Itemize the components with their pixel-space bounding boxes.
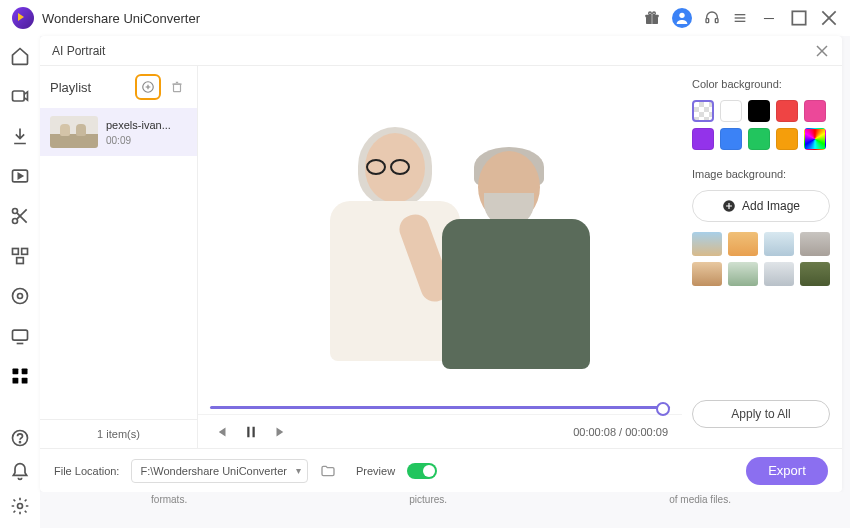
playlist-label: Playlist xyxy=(50,80,91,95)
nav-sidebar xyxy=(0,36,40,528)
headset-icon[interactable] xyxy=(704,10,720,26)
color-swatch[interactable] xyxy=(720,128,742,150)
play-box-icon[interactable] xyxy=(10,166,30,186)
menu-icon[interactable] xyxy=(732,10,748,26)
background-image-thumb[interactable] xyxy=(728,232,758,256)
footer-scrap: of media files. xyxy=(669,494,731,506)
background-image-thumb[interactable] xyxy=(692,232,722,256)
screen-icon[interactable] xyxy=(10,326,30,346)
next-button[interactable] xyxy=(272,423,290,441)
close-panel-icon[interactable] xyxy=(814,43,830,59)
color-swatch[interactable] xyxy=(692,128,714,150)
footer-scrap: formats. xyxy=(151,494,187,506)
color-swatch[interactable] xyxy=(804,128,826,150)
disc-icon[interactable] xyxy=(10,286,30,306)
svg-rect-43 xyxy=(253,426,255,437)
add-image-label: Add Image xyxy=(742,199,800,213)
svg-rect-6 xyxy=(706,19,709,23)
open-folder-icon[interactable] xyxy=(320,463,336,479)
close-button[interactable] xyxy=(820,9,838,27)
background-image-thumb[interactable] xyxy=(692,262,722,286)
background-image-thumb[interactable] xyxy=(800,262,830,286)
preview-toggle-label: Preview xyxy=(356,465,395,477)
background-image-thumb[interactable] xyxy=(800,232,830,256)
titlebar: Wondershare UniConverter ─ xyxy=(0,0,850,36)
svg-rect-42 xyxy=(247,426,249,437)
svg-rect-14 xyxy=(13,91,25,101)
color-swatch[interactable] xyxy=(776,128,798,150)
color-swatch[interactable] xyxy=(692,100,714,122)
svg-rect-22 xyxy=(17,258,24,264)
bell-icon[interactable] xyxy=(10,462,30,482)
footer-scraps: formats. pictures. of media files. xyxy=(40,492,842,528)
prev-button[interactable] xyxy=(212,423,230,441)
add-image-button[interactable]: Add Image xyxy=(692,190,830,222)
player-controls: 00:00:08 / 00:00:09 xyxy=(198,414,682,448)
apply-to-all-button[interactable]: Apply to All xyxy=(692,400,830,428)
svg-rect-25 xyxy=(13,330,28,340)
options-column: Color background: Image background: Add … xyxy=(682,66,842,448)
merge-icon[interactable] xyxy=(10,246,30,266)
time-display: 00:00:08 / 00:00:09 xyxy=(573,426,668,438)
app-logo xyxy=(12,7,34,29)
svg-point-5 xyxy=(679,13,684,18)
svg-rect-11 xyxy=(792,11,805,24)
image-background-label: Image background: xyxy=(692,168,830,180)
color-swatch[interactable] xyxy=(720,100,742,122)
color-swatch[interactable] xyxy=(748,128,770,150)
minimize-button[interactable]: ─ xyxy=(760,9,778,27)
video-icon[interactable] xyxy=(10,86,30,106)
color-swatch[interactable] xyxy=(748,100,770,122)
scissors-icon[interactable] xyxy=(10,206,30,226)
background-image-thumb[interactable] xyxy=(764,232,794,256)
svg-point-3 xyxy=(649,12,652,15)
content: Playlist pexels-ivan... 00:09 1 item(s xyxy=(40,66,842,448)
color-background-label: Color background: xyxy=(692,78,830,90)
playlist-item[interactable]: pexels-ivan... 00:09 xyxy=(40,108,197,156)
app-title: Wondershare UniConverter xyxy=(42,11,200,26)
svg-rect-39 xyxy=(174,84,181,92)
footer-scrap: pictures. xyxy=(409,494,447,506)
timeline-track[interactable] xyxy=(210,406,670,409)
timeline[interactable] xyxy=(198,400,682,414)
svg-point-23 xyxy=(13,289,28,304)
svg-rect-2 xyxy=(651,15,652,24)
preview-subjects xyxy=(280,103,600,363)
add-media-button[interactable] xyxy=(135,74,161,100)
svg-rect-28 xyxy=(22,369,28,375)
plus-circle-icon xyxy=(722,199,736,213)
toolbox-icon[interactable] xyxy=(10,366,30,386)
pause-button[interactable] xyxy=(242,423,260,441)
playlist-item-name: pexels-ivan... xyxy=(106,119,171,131)
preview-column: 00:00:08 / 00:00:09 xyxy=(198,66,682,448)
user-avatar-icon[interactable] xyxy=(672,8,692,28)
svg-point-33 xyxy=(18,504,23,509)
gift-icon[interactable] xyxy=(644,10,660,26)
titlebar-actions: ─ xyxy=(644,8,838,28)
color-swatch[interactable] xyxy=(776,100,798,122)
svg-point-24 xyxy=(18,294,23,299)
maximize-button[interactable] xyxy=(790,9,808,27)
download-icon[interactable] xyxy=(10,126,30,146)
preview-toggle[interactable] xyxy=(407,463,437,479)
export-button[interactable]: Export xyxy=(746,457,828,485)
settings-icon[interactable] xyxy=(10,496,30,516)
playlist-item-thumbnail xyxy=(50,116,98,148)
home-icon[interactable] xyxy=(10,46,30,66)
image-thumbnail-grid xyxy=(692,232,830,286)
file-location-select[interactable]: F:\Wondershare UniConverter xyxy=(131,459,308,483)
bottom-bar: File Location: F:\Wondershare UniConvert… xyxy=(40,448,842,492)
svg-rect-20 xyxy=(13,249,19,255)
file-location-label: File Location: xyxy=(54,465,119,477)
color-swatch[interactable] xyxy=(804,100,826,122)
background-image-thumb[interactable] xyxy=(728,262,758,286)
svg-rect-21 xyxy=(22,249,28,255)
playlist-column: Playlist pexels-ivan... 00:09 1 item(s xyxy=(40,66,198,448)
delete-media-icon[interactable] xyxy=(167,77,187,97)
background-image-thumb[interactable] xyxy=(764,262,794,286)
color-swatch-grid xyxy=(692,100,830,150)
playlist-item-duration: 00:09 xyxy=(106,135,171,146)
help-icon[interactable] xyxy=(10,428,30,448)
main-panel: AI Portrait Playlist xyxy=(40,36,842,492)
svg-rect-30 xyxy=(22,378,28,384)
